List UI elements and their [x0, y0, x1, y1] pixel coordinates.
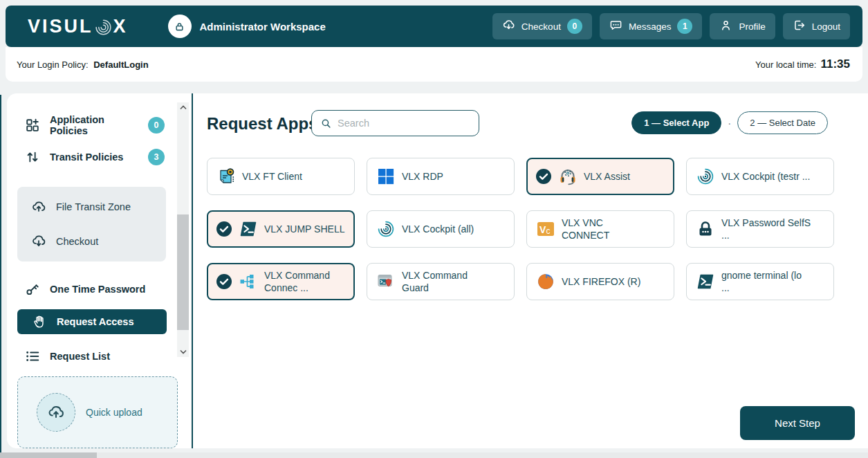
- check-circle-icon: [216, 221, 232, 237]
- terminal-shield-icon: [376, 272, 396, 291]
- logout-button[interactable]: Logout: [783, 13, 850, 39]
- next-step-button[interactable]: Next Step: [740, 406, 855, 440]
- app-card-label: VLX JUMP SHELL: [264, 223, 344, 235]
- app-card-label: gnome terminal (lo ...: [721, 269, 811, 294]
- scroll-down-icon[interactable]: [177, 347, 189, 357]
- workspace-title: Administrator Workspace: [200, 21, 326, 33]
- padlock-icon: [696, 219, 715, 239]
- headset-icon: [558, 167, 578, 186]
- svg-text:c: c: [546, 226, 551, 236]
- sidebar-item-label: One Time Password: [50, 284, 145, 295]
- sidebar-item-label: Transit Policies: [50, 152, 123, 163]
- app-card-vlx-firefox-r[interactable]: VLX FIREFOX (R): [526, 263, 674, 300]
- info-bar: Your Login Policy: DefaultLogin Your loc…: [6, 47, 862, 82]
- search-box: [311, 110, 479, 136]
- spiral-o-icon: [94, 18, 113, 37]
- search-icon: [320, 118, 332, 129]
- app-card-label: VLX Command Connec ...: [264, 269, 348, 294]
- quick-upload-dropzone[interactable]: Quick upload: [17, 376, 178, 448]
- grid-plus-icon: [25, 118, 40, 133]
- checkout-label: Checkout: [521, 21, 561, 32]
- sidebar-item-transit-policies[interactable]: Transit Policies3: [7, 147, 177, 167]
- cockpit-icon: [696, 167, 715, 186]
- app-card-label: VLX Password SelfS ...: [721, 217, 811, 241]
- logout-icon: [793, 19, 806, 34]
- app-card-label: VLX Assist: [584, 170, 630, 183]
- app-card-vlx-rdp[interactable]: VLX RDP: [367, 158, 515, 195]
- checkout-count-badge: 0: [567, 19, 582, 34]
- messages-label: Messages: [629, 21, 672, 32]
- horizontal-scrollbar-thumb[interactable]: [0, 452, 97, 458]
- svg-text:V: V: [539, 224, 546, 235]
- apps-grid: VLX FT ClientVLX RDPVLX AssistVLX Cockpi…: [207, 158, 834, 300]
- cloud-download-icon: [502, 19, 515, 34]
- horizontal-scrollbar[interactable]: [0, 452, 868, 458]
- app-card-vlx-cockpit-all[interactable]: VLX Cockpit (all): [367, 210, 515, 248]
- app-card-label: VLX RDP: [402, 170, 443, 183]
- scroll-up-icon[interactable]: [177, 102, 189, 113]
- search-input[interactable]: [338, 118, 472, 129]
- app-card-vlx-vnc-connect[interactable]: VcVLX VNC CONNECT: [526, 210, 674, 248]
- sidebar-item-request-access[interactable]: Request Access: [17, 309, 167, 334]
- app-card-vlx-password-selfs[interactable]: VLX Password SelfS ...: [686, 210, 834, 248]
- app-card-vlx-command-guard[interactable]: VLX Command Guard: [367, 263, 515, 300]
- arrows-up-down-icon: [25, 149, 40, 165]
- app-card-label: VLX Cockpit (testr ...: [721, 170, 810, 183]
- check-circle-icon: [535, 168, 552, 185]
- step-select-date[interactable]: 2 — Select Date: [737, 111, 828, 134]
- vnc-icon: Vc: [536, 219, 555, 239]
- visulox-logo: VISUL X: [28, 16, 128, 37]
- app-card-vlx-jump-shell[interactable]: VLX JUMP SHELL: [207, 210, 355, 248]
- checkout-button[interactable]: Checkout 0: [492, 13, 592, 39]
- chat-bubble-icon: [609, 19, 622, 34]
- page-title: Request Apps: [207, 114, 317, 134]
- firefox-icon: [536, 272, 555, 291]
- messages-button[interactable]: Messages 1: [600, 13, 703, 39]
- sidebar-item-one-time-password[interactable]: One Time Password: [7, 279, 177, 300]
- list-icon: [25, 349, 40, 364]
- app-header: VISUL X Administrator Workspace: [6, 6, 862, 47]
- login-policy-value: DefaultLogin: [93, 59, 148, 70]
- sidebar-item-label: Request List: [50, 351, 110, 362]
- sidebar-item-request-list[interactable]: Request List: [7, 346, 177, 367]
- app-card-label: VLX Cockpit (all): [402, 223, 474, 235]
- app-card-vlx-command-connec[interactable]: VLX Command Connec ...: [207, 263, 355, 300]
- count-badge: 0: [148, 117, 165, 134]
- step-select-app[interactable]: 1 — Select App: [631, 111, 721, 134]
- key-icon: [25, 282, 40, 297]
- sidebar-item-label: File Transit Zone: [56, 201, 131, 212]
- app-card-vlx-ft-client[interactable]: VLX FT Client: [207, 158, 355, 195]
- brand-text-left: VISUL: [28, 16, 93, 37]
- count-badge: 3: [148, 149, 165, 165]
- left-edge-line: [0, 95, 1, 453]
- header-actions: Checkout 0 Messages 1: [492, 13, 850, 39]
- hand-icon: [32, 314, 47, 329]
- scrollbar-thumb[interactable]: [177, 214, 189, 330]
- cloud-upload-icon: [31, 199, 46, 214]
- powershell-icon: [239, 219, 258, 239]
- app-card-label: VLX Command Guard: [402, 269, 492, 294]
- sidebar-item-label: Application Policies: [50, 114, 138, 136]
- sidebar-item-label: Checkout: [56, 236, 98, 247]
- sidebar: Application Policies0Transit Policies3 F…: [7, 93, 177, 448]
- login-policy: Your Login Policy: DefaultLogin: [17, 59, 149, 70]
- windows-icon: [376, 167, 396, 186]
- app-card-label: VLX FT Client: [242, 170, 302, 183]
- sidebar-item-file-transit-zone[interactable]: File Transit Zone: [17, 196, 166, 217]
- app-card-vlx-assist[interactable]: VLX Assist: [526, 158, 674, 195]
- cockpit-icon: [376, 219, 396, 239]
- sidebar-scrollbar[interactable]: [177, 102, 189, 357]
- node-tree-icon: [239, 272, 258, 291]
- local-time-value: 11:35: [820, 57, 850, 71]
- sidebar-item-checkout[interactable]: Checkout: [17, 231, 166, 252]
- local-time: Your local time: 11:35: [755, 57, 850, 71]
- app-card-gnome-terminal-lo[interactable]: gnome terminal (lo ...: [686, 263, 834, 300]
- sidebar-item-application-policies[interactable]: Application Policies0: [7, 115, 177, 136]
- person-icon: [719, 19, 732, 34]
- profile-label: Profile: [739, 21, 765, 32]
- brand-text-right: X: [113, 16, 128, 37]
- messages-count-badge: 1: [677, 19, 692, 34]
- app-card-vlx-cockpit-testr[interactable]: VLX Cockpit (testr ...: [686, 158, 834, 195]
- ft-client-icon: [216, 167, 236, 186]
- profile-button[interactable]: Profile: [710, 13, 775, 39]
